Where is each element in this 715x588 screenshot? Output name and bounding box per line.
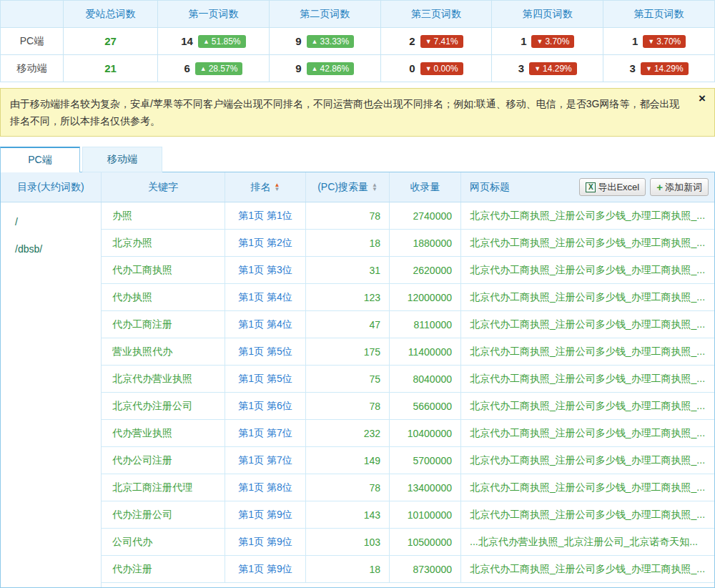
keyword-cell: 代办工商执照: [102, 257, 225, 283]
arrow-down-icon: ▼: [648, 36, 654, 46]
rank-link[interactable]: 第1页 第9位: [238, 509, 292, 521]
column-index-count: 收录量: [390, 172, 461, 202]
rank-link[interactable]: 第1页 第7位: [238, 427, 292, 440]
change-badge: ▼3.70%: [531, 35, 574, 48]
table-row: 代办注册 第1页 第9位 18 8730000 北京代办工商执照_注册公司多少钱…: [102, 556, 714, 583]
keyword-cell: 北京工商注册代理: [102, 474, 225, 501]
excel-icon: X: [586, 182, 596, 192]
rank-link[interactable]: 第1页 第6位: [238, 400, 292, 413]
change-badge: ▼0.00%: [420, 62, 463, 75]
index-count-cell: 10500000: [390, 529, 461, 555]
mobile-ranking-notice: 由于移动端排名较为复杂，安卓/苹果等不同客户端会出现不同排名，不同运营商也会出现…: [0, 88, 715, 137]
search-volume-cell: 123: [306, 284, 390, 310]
summary-header-page3: 第三页词数: [381, 1, 493, 28]
word-count: 3: [630, 62, 636, 74]
search-volume-cell: 143: [306, 501, 390, 528]
sort-icon: ▲ ▼: [372, 183, 378, 192]
rank-link[interactable]: 第1页 第2位: [238, 237, 292, 250]
add-word-button[interactable]: + 添加新词: [650, 178, 709, 196]
summary-cell: 14 ▲51.85%: [158, 28, 270, 55]
summary-cell: 9 ▲42.86%: [270, 55, 381, 82]
summary-header-page5: 第五页词数: [603, 1, 715, 28]
keyword-cell: 代办营业执照: [102, 420, 225, 446]
rank-link[interactable]: 第1页 第9位: [238, 536, 292, 549]
directory-link[interactable]: /dbsb/: [1, 235, 101, 263]
index-count-cell: 5660000: [390, 393, 461, 419]
export-excel-button[interactable]: X 导出Excel: [579, 178, 646, 196]
sort-icon: ▲ ▼: [275, 183, 280, 192]
rank-link[interactable]: 第1页 第8位: [238, 481, 292, 494]
keyword-cell: 代办注册: [102, 556, 225, 582]
summary-header-page1: 第一页词数: [158, 1, 270, 28]
change-percent: 42.86%: [320, 64, 349, 74]
rank-cell: 第1页 第5位: [225, 366, 306, 392]
rank-link[interactable]: 第1页 第5位: [238, 373, 292, 386]
keyword-cell: 代办工商注册: [102, 311, 225, 338]
table-row: 北京工商注册代理 第1页 第8位 78 13400000 北京代办工商执照_注册…: [102, 474, 714, 501]
keyword-table-header: 目录(大约词数) 关键字 排名 ▲ ▼ (PC)搜索量 ▲ ▼ 收录量 网页标题…: [1, 172, 714, 202]
search-volume-cell: 78: [306, 474, 390, 501]
keyword-cell: 代办注册公司: [102, 501, 225, 528]
rank-cell: 第1页 第7位: [225, 420, 306, 446]
directory-link[interactable]: /: [1, 208, 101, 235]
rank-link[interactable]: 第1页 第5位: [238, 346, 292, 358]
word-count: 3: [518, 62, 524, 74]
device-tabs: PC端 移动端: [0, 147, 715, 172]
table-row: 代办工商执照 第1页 第3位 31 2620000 北京代办工商执照_注册公司多…: [102, 257, 714, 284]
rank-link[interactable]: 第1页 第4位: [238, 291, 292, 304]
keyword-cell: 营业执照代办: [102, 338, 225, 365]
arrow-down-icon: ▼: [536, 36, 543, 46]
arrow-up-icon: ▲: [312, 64, 318, 74]
index-count-cell: 2740000: [390, 202, 461, 229]
change-percent: 33.33%: [320, 36, 349, 46]
summary-row-label-mobile: 移动端: [1, 55, 64, 82]
summary-total-mobile: 21: [64, 55, 158, 82]
rank-cell: 第1页 第1位: [225, 202, 306, 229]
rank-link[interactable]: 第1页 第1位: [238, 210, 292, 222]
keyword-cell: 北京代办营业执照: [102, 366, 225, 392]
change-percent: 3.70%: [545, 36, 569, 46]
word-count: 9: [295, 35, 301, 47]
table-row: 营业执照代办 第1页 第5位 175 11400000 北京代办工商执照_注册公…: [102, 338, 714, 366]
search-volume-cell: 78: [306, 202, 390, 229]
summary-cell: 3 ▼14.29%: [603, 55, 715, 82]
table-row: 代办执照 第1页 第4位 123 12000000 北京代办工商执照_注册公司多…: [102, 284, 714, 311]
rank-link[interactable]: 第1页 第3位: [238, 264, 292, 277]
index-count-cell: 2620000: [390, 257, 461, 283]
search-volume-cell: 47: [306, 311, 390, 338]
index-count-cell: 10100000: [390, 501, 461, 528]
change-percent: 51.85%: [212, 36, 241, 46]
page-title-cell: 北京代办工商执照_注册公司多少钱_办理工商执照_...: [461, 230, 714, 256]
summary-cell: 2 ▼7.41%: [381, 28, 493, 55]
index-count-cell: 13400000: [390, 474, 461, 501]
index-count-cell: 8730000: [390, 556, 461, 582]
rank-link[interactable]: 第1页 第9位: [238, 563, 292, 576]
column-rank-sortable[interactable]: 排名 ▲ ▼: [225, 172, 306, 202]
header-buttons: X 导出Excel + 添加新词: [579, 178, 709, 196]
change-badge: ▼14.29%: [641, 62, 689, 75]
page-title-cell: ...北京代办营业执照_北京注册公司_北京诺奇天知...: [461, 529, 714, 555]
tab-pc[interactable]: PC端: [0, 147, 80, 172]
arrow-down-icon: ▼: [425, 64, 432, 74]
column-page-title-label: 网页标题: [470, 181, 510, 194]
summary-row-label-pc: PC端: [1, 28, 64, 55]
rank-cell: 第1页 第4位: [225, 311, 306, 338]
change-percent: 14.29%: [654, 64, 684, 74]
page-title-cell: 北京代办工商执照_注册公司多少钱_办理工商执照_...: [461, 447, 714, 474]
change-badge: ▲51.85%: [198, 35, 246, 48]
change-percent: 3.70%: [656, 36, 681, 46]
index-count-cell: 11400000: [390, 338, 461, 365]
rank-link[interactable]: 第1页 第7位: [238, 454, 292, 467]
tab-mobile[interactable]: 移动端: [82, 147, 162, 172]
table-row: 北京代办注册公司 第1页 第6位 78 5660000 北京代办工商执照_注册公…: [102, 393, 714, 420]
column-keyword: 关键字: [102, 172, 225, 202]
close-icon[interactable]: ×: [699, 92, 706, 104]
word-count: 1: [632, 35, 638, 47]
rank-link[interactable]: 第1页 第4位: [238, 318, 292, 331]
index-count-cell: 8040000: [390, 366, 461, 392]
column-search-volume-sortable[interactable]: (PC)搜索量 ▲ ▼: [306, 172, 390, 202]
change-percent: 14.29%: [543, 64, 572, 74]
arrow-down-icon: ▼: [425, 36, 432, 46]
change-badge: ▼14.29%: [529, 62, 577, 75]
summary-cell: 9 ▲33.33%: [270, 28, 381, 55]
